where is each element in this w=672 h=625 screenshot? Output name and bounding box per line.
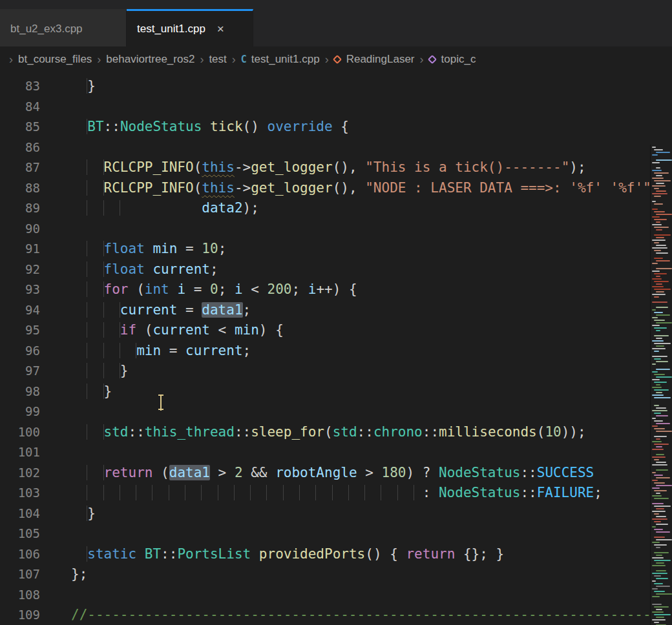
code-line-89[interactable]: data2); [71, 198, 650, 219]
code-area[interactable]: } BT::NodeStatus tick() override { RCLCP… [71, 76, 650, 625]
code-line-83[interactable]: } [71, 76, 650, 97]
breadcrumb-item-test-unit1-cpp[interactable]: Ctest_unit1.cpp [241, 53, 320, 66]
code-token: int [145, 282, 169, 297]
code-line-109[interactable]: //--------------------------------------… [71, 605, 650, 625]
code-line-97[interactable]: } [71, 361, 650, 382]
breadcrumb-label: behaviortree_ros2 [106, 53, 194, 66]
code-line-92[interactable]: float current; [71, 260, 650, 280]
code-line-106[interactable]: static BT::PortsList providedPorts() { r… [71, 544, 650, 565]
line-number[interactable]: 83 [0, 76, 40, 97]
breadcrumb-label: topic_c [441, 53, 476, 66]
code-token [145, 241, 153, 256]
line-number[interactable]: 94 [0, 300, 40, 321]
line-number[interactable]: 90 [0, 219, 40, 240]
tab-bt-u2-ex3-cpp[interactable]: bt_u2_ex3.cpp [0, 9, 127, 46]
code-token [71, 363, 120, 378]
code-token: 10 [202, 241, 218, 256]
code-line-95[interactable]: if (current < min) { [71, 320, 650, 341]
code-token: float [104, 241, 145, 256]
code-line-102[interactable]: return (data1 > 2 && robotAngle > 180) ?… [71, 463, 650, 484]
code-token: : [423, 485, 439, 500]
code-token: ) { [259, 322, 284, 338]
code-line-98[interactable]: } [71, 382, 650, 402]
code-token: = [185, 282, 210, 297]
breadcrumb-item-test[interactable]: test [209, 53, 226, 66]
breadcrumb-item-topic-c[interactable]: topic_c [429, 53, 476, 66]
line-number[interactable]: 99 [0, 402, 40, 422]
code-token: i [308, 282, 317, 297]
code-token: ); [569, 159, 585, 175]
breadcrumb-item-readinglaser[interactable]: ReadingLaser [334, 53, 415, 66]
line-number[interactable]: 106 [0, 544, 40, 565]
code-line-103[interactable]: : NodeStatus::FAILURE; [71, 483, 650, 504]
code-token: static [87, 546, 136, 562]
breadcrumb-bar: ›bt_course_files›behaviortree_ros2›test›… [0, 46, 672, 72]
code-line-107[interactable]: }; [71, 564, 650, 585]
code-token: chrono [373, 424, 423, 440]
code-line-94[interactable]: current = data1; [71, 300, 650, 321]
code-line-105[interactable] [71, 524, 650, 544]
code-token [169, 282, 178, 297]
line-number[interactable]: 91 [0, 239, 40, 260]
code-token: override [268, 119, 333, 134]
code-token: NodeStatus [439, 485, 520, 500]
code-line-90[interactable] [71, 219, 650, 240]
line-number[interactable]: 97 [0, 361, 40, 382]
line-number[interactable]: 95 [0, 320, 40, 341]
code-line-87[interactable]: RCLCPP_INFO(this->get_logger(), "This is… [71, 158, 650, 178]
line-number[interactable]: 101 [0, 442, 40, 463]
code-line-84[interactable] [71, 97, 650, 118]
code-line-101[interactable] [71, 442, 650, 463]
line-number[interactable]: 105 [0, 524, 40, 544]
code-token: get_logger [251, 180, 332, 196]
minimap[interactable] [650, 145, 672, 625]
line-number[interactable]: 86 [0, 138, 40, 158]
line-number[interactable]: 107 [0, 564, 40, 585]
line-number[interactable]: 93 [0, 280, 40, 300]
tab-close-icon[interactable]: × [217, 23, 224, 35]
code-line-88[interactable]: RCLCPP_INFO(this->get_logger(), "NODE : … [71, 178, 650, 199]
code-token: 200 [268, 282, 292, 297]
line-number[interactable]: 96 [0, 341, 40, 362]
titlebar-strip [0, 0, 672, 9]
line-number[interactable]: 100 [0, 422, 40, 443]
code-line-96[interactable]: min = current; [71, 341, 650, 362]
code-line-100[interactable]: std::this_thread::sleep_for(std::chrono:… [71, 422, 650, 443]
code-token: NodeStatus [439, 465, 520, 480]
line-number[interactable]: 98 [0, 382, 40, 402]
code-token: current [185, 343, 243, 358]
code-token: this [202, 180, 235, 196]
breadcrumb-separator-icon: › [97, 53, 101, 67]
line-number[interactable]: 89 [0, 198, 40, 219]
code-token: } [87, 78, 96, 94]
breadcrumb-item-bt-course-files[interactable]: bt_course_files [18, 53, 92, 66]
code-line-104[interactable]: } [71, 504, 650, 524]
tab-label: test_unit1.cpp [137, 23, 205, 36]
line-number[interactable]: 92 [0, 260, 40, 280]
line-number[interactable]: 109 [0, 605, 40, 625]
line-number[interactable]: 87 [0, 158, 40, 178]
line-number[interactable]: 88 [0, 178, 40, 199]
code-line-86[interactable] [71, 138, 650, 158]
code-line-85[interactable]: BT::NodeStatus tick() override { [71, 117, 650, 138]
code-token: current [120, 302, 178, 318]
code-token: ( [152, 465, 169, 480]
line-number[interactable]: 103 [0, 483, 40, 504]
code-token [71, 282, 104, 297]
code-line-93[interactable]: for (int i = 0; i < 200; i++) { [71, 280, 650, 300]
code-line-108[interactable] [71, 585, 650, 606]
code-line-99[interactable] [71, 402, 650, 422]
line-number[interactable]: 104 [0, 504, 40, 524]
code-token: = [177, 302, 202, 318]
code-token [71, 180, 104, 196]
code-token: 10 [545, 424, 561, 440]
code-line-91[interactable]: float min = 10; [71, 239, 650, 260]
line-number[interactable]: 85 [0, 117, 40, 138]
line-number[interactable]: 84 [0, 97, 40, 118]
code-token: ; [218, 241, 227, 256]
breadcrumb-item-behaviortree-ros2[interactable]: behaviortree_ros2 [106, 53, 194, 66]
line-number[interactable]: 108 [0, 585, 40, 606]
code-token: current [152, 322, 210, 338]
line-number[interactable]: 102 [0, 463, 40, 484]
tab-test-unit1-cpp[interactable]: test_unit1.cpp× [127, 9, 253, 46]
